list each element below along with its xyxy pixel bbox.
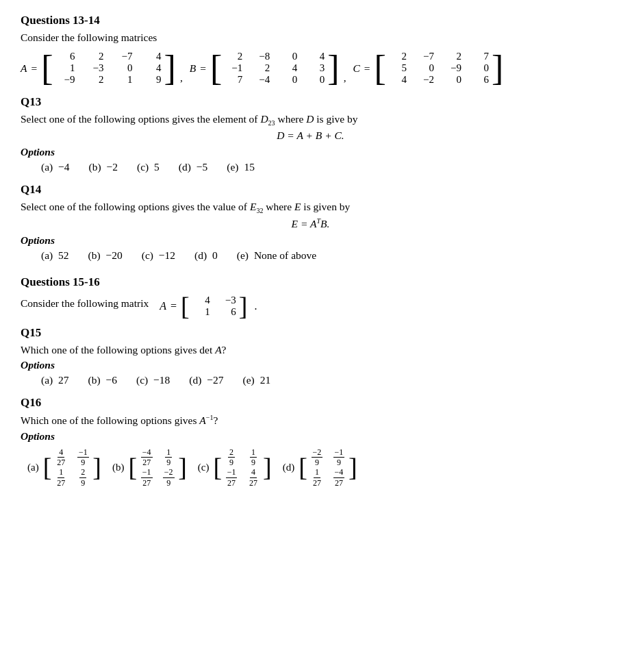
q14-option-b: (b) −20 — [88, 249, 123, 262]
section2-matrix-grid: 4−3 16 — [190, 293, 239, 319]
q16-text: Which one of the following options gives… — [21, 414, 600, 427]
matrix-a-bracket-right: ] — [164, 51, 176, 86]
q13-text: Select one of the following options give… — [21, 113, 600, 127]
q15-text: Which one of the following options gives… — [21, 344, 600, 356]
q14-label: Q14 — [21, 183, 600, 197]
q13-formula: D = A + B + C. — [21, 129, 600, 142]
q13-label: Q13 — [21, 95, 600, 109]
q16-c-matrix: [ 29 19 −127 427 ] — [213, 447, 271, 489]
section2-bracket-right: ] — [239, 293, 248, 319]
q13-options-row: (a) −4 (b) −2 (c) 5 (d) −5 (e) 15 — [41, 161, 600, 173]
section2-consider-row: Consider the following matrix A = [ 4−3 … — [21, 293, 600, 319]
q16-a-matrix: [ 427 −19 127 29 ] — [43, 447, 101, 489]
matrix-b-grid: 2−804 −1243 7−400 — [222, 49, 327, 87]
questions-15-16-section: Questions 15-16 Consider the following m… — [21, 275, 600, 488]
q14-formula: E = ATB. — [21, 217, 600, 230]
matrices-abc: A = [ 62−74 1−304 −9219 ] , B = [ 2−804 … — [21, 49, 600, 87]
q14-option-a: (a) 52 — [41, 249, 69, 262]
q13-option-e: (e) 15 — [227, 161, 255, 173]
q14-option-e: (e) None of above — [237, 249, 316, 262]
matrix-a-bracket-left: [ — [41, 51, 53, 86]
matrix-c: [ 2−727 50−90 4−206 ] — [375, 49, 504, 87]
matrix-a-eq: = — [31, 62, 37, 75]
q13-option-d: (d) −5 — [179, 161, 207, 173]
q16-b-matrix: [ −427 19 −127 −29 ] — [128, 447, 186, 489]
matrix-c-bracket-left: [ — [375, 51, 386, 86]
q14-text: Select one of the following options give… — [21, 201, 600, 214]
q15-options-label: Options — [21, 359, 600, 371]
section2-matrix-eq: A = [ 4−3 16 ] . — [160, 293, 257, 319]
q13-options-label: Options — [21, 146, 600, 158]
q15-options-row: (a) 27 (b) −6 (c) −18 (d) −27 (e) 21 — [41, 374, 600, 386]
section-title-13-14: Questions 13-14 — [21, 14, 600, 27]
matrix-a-grid: 62−74 1−304 −9219 — [53, 49, 164, 87]
q15-label: Q15 — [21, 326, 600, 340]
q15-option-a: (a) 27 — [41, 374, 69, 386]
q16-b-grid: −427 19 −127 −29 — [137, 447, 178, 489]
q15-option-c: (c) −18 — [136, 374, 170, 386]
q13-option-c: (c) 5 — [137, 161, 160, 173]
section2-matrix-a: [ 4−3 16 ] — [181, 293, 247, 319]
q13-option-a: (a) −4 — [41, 161, 70, 173]
matrix-b-label: B — [190, 62, 196, 75]
matrix-b: [ 2−804 −1243 7−400 ] — [210, 49, 340, 87]
q15-option-b: (b) −6 — [88, 374, 117, 386]
matrix-c-label: C — [353, 62, 360, 75]
q14-options-row: (a) 52 (b) −20 (c) −12 (d) 0 (e) None of… — [41, 249, 600, 262]
q16-option-a: (a) [ 427 −19 127 29 ] — [27, 447, 101, 489]
q14-option-c: (c) −12 — [142, 249, 175, 262]
matrix-c-eq: = — [364, 62, 370, 75]
q16-d-grid: −29 −19 127 −427 — [307, 447, 348, 489]
matrix-b-bracket-right: ] — [327, 51, 339, 86]
matrix-a: [ 62−74 1−304 −9219 ] — [41, 49, 176, 87]
q16-options-row: (a) [ 427 −19 127 29 ] (b) [ −427 19 — [27, 447, 600, 489]
matrix-b-eq: = — [200, 62, 206, 75]
q14-options-label: Options — [21, 234, 600, 247]
consider-text-1: Consider the following matrices — [21, 32, 600, 44]
q16-option-d: (d) [ −29 −19 127 −427 ] — [283, 447, 357, 489]
q16-options-label: Options — [21, 430, 600, 443]
q16-a-grid: 427 −19 127 29 — [51, 447, 92, 489]
q16-c-grid: 29 19 −127 427 — [222, 447, 263, 489]
matrix-b-bracket-left: [ — [210, 51, 222, 86]
matrix-c-bracket-right: ] — [492, 51, 503, 86]
matrix-a-label: A — [21, 62, 27, 75]
questions-13-14-section: Questions 13-14 Consider the following m… — [21, 14, 600, 262]
q16-option-b: (b) [ −427 19 −127 −29 ] — [112, 447, 187, 489]
consider-text-2: Consider the following matrix — [21, 297, 149, 310]
q15-option-e: (e) 21 — [243, 374, 271, 386]
q16-d-matrix: [ −29 −19 127 −427 ] — [299, 447, 357, 489]
q16-label: Q16 — [21, 396, 600, 410]
q13-option-b: (b) −2 — [89, 161, 118, 173]
section-title-15-16: Questions 15-16 — [21, 275, 600, 289]
q15-option-d: (d) −27 — [189, 374, 223, 386]
section2-bracket-left: [ — [181, 293, 190, 319]
q14-option-d: (d) 0 — [194, 249, 218, 262]
q16-option-c: (c) [ 29 19 −127 427 ] — [198, 447, 272, 489]
matrix-c-grid: 2−727 50−90 4−206 — [386, 49, 492, 87]
